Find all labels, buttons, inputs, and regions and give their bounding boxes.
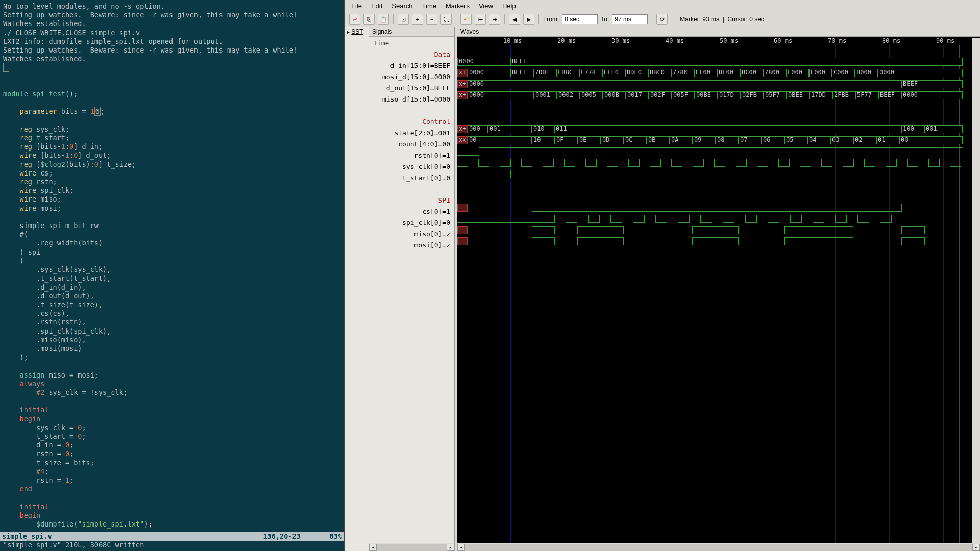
go-end-icon[interactable]: ⇥ xyxy=(489,14,500,25)
signal-state[interactable]: state[2:0]=001 xyxy=(369,128,454,139)
code-line[interactable]: t_size = bits; xyxy=(3,459,341,467)
signal-d-out[interactable]: d_out[15:0]=BEEF xyxy=(369,83,454,94)
code-line[interactable]: reg [bits-1:0] d_in; xyxy=(3,142,341,151)
menu-view[interactable]: View xyxy=(479,2,493,10)
zoom-out-icon[interactable]: − xyxy=(426,14,437,25)
signal-sys-clk[interactable]: sys_clk[0]=0 xyxy=(369,161,454,172)
code-line[interactable]: sys_clk = 0; xyxy=(3,423,341,432)
code-line[interactable]: wire miso; xyxy=(3,195,341,204)
code-line[interactable]: .miso(miso), xyxy=(3,336,341,344)
signals-scrollbar[interactable]: ◂▸ xyxy=(369,543,454,551)
code-line[interactable]: always xyxy=(3,380,341,388)
code-line[interactable]: reg sys_clk; xyxy=(3,125,341,134)
zoom-fit-icon[interactable]: ⊡ xyxy=(398,14,409,25)
marker-status: Marker: 93 ms xyxy=(680,16,719,23)
code-line[interactable]: .cs(cs), xyxy=(3,309,341,318)
term-line: Watches established. xyxy=(3,55,341,63)
from-label: From: xyxy=(543,16,559,23)
cut-icon[interactable]: ✂ xyxy=(349,14,360,25)
code-line[interactable]: module spi_test(); xyxy=(3,90,341,98)
menu-markers[interactable]: Markers xyxy=(446,2,470,10)
reload-icon[interactable]: ⟳ xyxy=(656,14,668,25)
code-line[interactable]: .reg_width(bits) xyxy=(3,239,341,247)
signal-mosi[interactable]: mosi[0]=z xyxy=(369,240,454,251)
vim-message: "simple_spi.v" 210L, 3068C written xyxy=(3,541,144,549)
to-input[interactable] xyxy=(612,14,648,24)
signal-t-start[interactable]: t_start[0]=0 xyxy=(369,172,454,184)
signal-miso-d[interactable]: miso_d[15:0]=0000 xyxy=(369,94,454,105)
wave-area[interactable]: 10 ms 20 ms 30 ms 40 ms 50 ms 60 ms 70 m… xyxy=(457,37,980,543)
code-line[interactable]: #( xyxy=(3,230,341,239)
waves-scrollbar-v[interactable] xyxy=(972,38,980,543)
term-line: Setting up watches. Beware: since -r was… xyxy=(3,11,341,19)
code-line[interactable]: .sys_clk(sys_clk), xyxy=(3,265,341,274)
code-line[interactable]: ); xyxy=(3,353,341,362)
code-line[interactable]: begin xyxy=(3,415,341,423)
time-label: Time xyxy=(369,38,454,49)
vim-statusline: simple_spi.v 136,20-23 83% xyxy=(0,532,344,541)
menu-file[interactable]: File xyxy=(351,2,362,10)
signal-count[interactable]: count[4:0]=00 xyxy=(369,139,454,150)
code-line[interactable]: rstn = 1; xyxy=(3,476,341,485)
code-line[interactable]: .d_out(d_out), xyxy=(3,292,341,300)
zoom-full-icon[interactable]: ⛶ xyxy=(440,14,452,25)
code-line[interactable]: .t_start(t_start), xyxy=(3,274,341,283)
code-line[interactable]: #4; xyxy=(3,467,341,476)
code-line[interactable]: wire mosi; xyxy=(3,204,341,213)
next-edge-icon[interactable]: ▶ xyxy=(523,14,534,25)
code-line[interactable]: end xyxy=(3,485,341,493)
sst-panel[interactable]: ▸ SST xyxy=(345,27,369,551)
code-line[interactable]: #2 sys_clk = !sys_clk; xyxy=(3,388,341,397)
paste-icon[interactable]: 📋 xyxy=(378,14,389,25)
waves-scrollbar-h[interactable]: ◂▸ xyxy=(457,543,980,551)
prev-edge-icon[interactable]: ◀ xyxy=(509,14,520,25)
from-input[interactable] xyxy=(562,14,598,24)
go-start-icon[interactable]: ⇤ xyxy=(475,14,486,25)
code-line[interactable]: .t_size(t_size), xyxy=(3,300,341,309)
code-line[interactable]: t_start = 0; xyxy=(3,432,341,441)
menu-search[interactable]: Search xyxy=(391,2,412,10)
code-line[interactable]: reg t_start; xyxy=(3,134,341,142)
code-line[interactable]: parameter bits = 16; xyxy=(3,107,341,116)
menu-edit[interactable]: Edit xyxy=(371,2,382,10)
code-line[interactable]: .d_in(d_in), xyxy=(3,283,341,292)
signal-d-in[interactable]: d_in[15:0]=BEEF xyxy=(369,60,454,71)
code-line[interactable]: .mosi(mosi) xyxy=(3,344,341,353)
code-line[interactable]: initial xyxy=(3,406,341,414)
group-spi[interactable]: SPI xyxy=(369,195,454,206)
code-line[interactable]: $dumpfile("simple_spi.lxt"); xyxy=(3,520,341,529)
to-label: To: xyxy=(601,16,609,23)
status-position: 136,20-23 xyxy=(263,532,301,540)
group-control[interactable]: Control xyxy=(369,116,454,128)
code-line[interactable]: ( xyxy=(3,257,341,265)
status-filename: simple_spi.v xyxy=(2,532,52,541)
signals-list[interactable]: Time Data d_in[15:0]=BEEF mosi_d[15:0]=0… xyxy=(369,37,454,543)
code-line[interactable]: ) spi xyxy=(3,248,341,257)
code-line[interactable]: d_in = 0; xyxy=(3,441,341,449)
signal-rstn[interactable]: rstn[0]=1 xyxy=(369,150,454,161)
signal-miso[interactable]: miso[0]=z xyxy=(369,229,454,240)
signal-spi-clk[interactable]: spi_clk[0]=0 xyxy=(369,217,454,229)
marker-line[interactable] xyxy=(959,37,960,543)
zoom-in-icon[interactable]: + xyxy=(412,14,423,25)
menu-help[interactable]: Help xyxy=(502,2,516,10)
undo-icon[interactable]: ↶ xyxy=(460,14,472,25)
code-line[interactable]: rstn = 0; xyxy=(3,449,341,458)
code-line[interactable]: wire cs; xyxy=(3,169,341,178)
code-line[interactable]: wire spi_clk; xyxy=(3,186,341,195)
code-line[interactable]: reg [$clog2(bits):0] t_size; xyxy=(3,160,341,169)
code-line[interactable]: .rstn(rstn), xyxy=(3,318,341,327)
code-line[interactable]: initial xyxy=(3,503,341,511)
code-line[interactable]: reg rstn; xyxy=(3,178,341,186)
code-line[interactable]: .spi_clk(spi_clk), xyxy=(3,327,341,336)
group-data[interactable]: Data xyxy=(369,49,454,60)
code-line[interactable]: assign miso = mosi; xyxy=(3,371,341,380)
code-line[interactable]: wire [bits-1:0] d_out; xyxy=(3,151,341,160)
signal-mosi-d[interactable]: mosi_d[15:0]=0000 xyxy=(369,71,454,83)
signals-panel: Signals Time Data d_in[15:0]=BEEF mosi_d… xyxy=(369,27,455,551)
code-line[interactable]: simple_spi_m_bit_rw xyxy=(3,221,341,230)
signal-cs[interactable]: cs[0]=1 xyxy=(369,206,454,217)
menu-time[interactable]: Time xyxy=(422,2,436,10)
code-line[interactable]: begin xyxy=(3,511,341,520)
copy-icon[interactable]: ⎘ xyxy=(363,14,375,25)
